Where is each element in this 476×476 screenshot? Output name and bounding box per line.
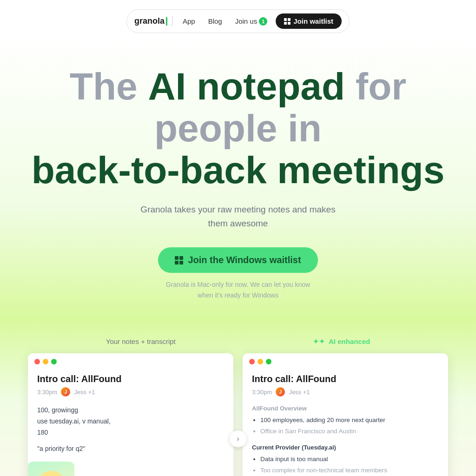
video-avatar — [28, 462, 74, 476]
left-window: Intro call: AllFound 3:30pm J Jess +1 10… — [28, 353, 233, 476]
dot-red — [34, 359, 40, 364]
nav-join-us-label: Join us — [235, 17, 258, 25]
preview-windows: Intro call: AllFound 3:30pm J Jess +1 10… — [28, 353, 448, 476]
left-window-time: 3:30pm — [37, 389, 57, 396]
nav-join-us[interactable]: Join us 1 — [231, 15, 272, 27]
right-preview-label: ✦✦ AI enhanced — [313, 337, 370, 346]
dot-yellow-right — [258, 359, 263, 364]
section-allfound-list: 100 employees, adding 20 more next quart… — [252, 415, 439, 437]
left-window-meta: 3:30pm J Jess +1 — [37, 387, 224, 397]
nav-blog-link[interactable]: Blog — [204, 15, 227, 27]
arrow-button[interactable]: › — [230, 430, 246, 447]
headline-back-to-back: back-to-back meetings — [32, 149, 445, 191]
hero-subtext: Granola takes your raw meeting notes and… — [19, 203, 457, 231]
cta-windows-icon — [175, 256, 183, 264]
right-attendee-avatar: J — [276, 387, 285, 397]
cta-note: Granola is Mac-only for now. We can let … — [19, 279, 457, 300]
nav-logo[interactable]: granola — [134, 16, 172, 26]
left-preview-label: Your notes + transcript — [106, 337, 176, 346]
dot-green-right — [266, 359, 271, 364]
dot-red-right — [249, 359, 255, 364]
headline-the: The — [70, 65, 138, 107]
section-allfound-label: AllFound Overview — [252, 405, 439, 412]
note-quote: "a priority for q2" — [37, 445, 224, 452]
right-window: Intro call: AllFound 3:30pm J Jess +1 Al… — [243, 353, 448, 476]
nav-inner: granola App Blog Join us 1 Join waitlist — [126, 9, 350, 33]
section-provider-list: Data input is too manual Too complex for… — [252, 454, 439, 476]
cta-button[interactable]: Join the Windows waitlist — [158, 247, 317, 273]
hero-headline: The AI notepad for people in back-to-bac… — [19, 66, 457, 192]
nav-app-link[interactable]: App — [178, 15, 200, 27]
cta-note-line1: Granola is Mac-only for now. We can let … — [166, 281, 310, 288]
nav-waitlist-button[interactable]: Join waitlist — [276, 13, 342, 29]
right-window-content: Intro call: AllFound 3:30pm J Jess +1 Al… — [243, 368, 448, 476]
nav-badge: 1 — [259, 17, 267, 26]
preview-labels: Your notes + transcript ✦✦ AI enhanced — [28, 337, 448, 346]
right-window-titlebar — [243, 353, 448, 368]
note-text: 100, growingg use tuesday.ai, v manual, … — [37, 405, 224, 438]
right-window-meta: 3:30pm J Jess +1 — [252, 387, 439, 397]
left-window-attendee: Jess +1 — [74, 389, 95, 396]
navbar: granola App Blog Join us 1 Join waitlist — [0, 0, 476, 38]
headline-ai-notepad: AI notepad — [148, 65, 345, 107]
windows-icon — [284, 18, 291, 25]
cta-label: Join the Windows waitlist — [188, 255, 301, 265]
dot-yellow — [43, 359, 48, 364]
left-window-titlebar — [28, 353, 233, 368]
right-window-time: 3:30pm — [252, 389, 272, 396]
left-window-title: Intro call: AllFound — [37, 374, 224, 384]
cta-note-line2: when it's ready for Windows — [198, 291, 278, 299]
nav-waitlist-label: Join waitlist — [293, 17, 333, 25]
hero-section: The AI notepad for people in back-to-bac… — [0, 38, 476, 319]
right-window-title: Intro call: AllFound — [252, 374, 439, 384]
section-provider-label: Current Provider (Tuesday.ai) — [252, 444, 439, 451]
sparkle-icon: ✦✦ — [313, 337, 325, 346]
preview-section: Your notes + transcript ✦✦ AI enhanced I… — [0, 319, 476, 476]
logo-text: granola — [134, 16, 165, 26]
dot-green — [51, 359, 57, 364]
attendee-avatar: J — [61, 387, 70, 397]
logo-cursor — [166, 17, 167, 26]
left-window-content: Intro call: AllFound 3:30pm J Jess +1 10… — [28, 368, 233, 461]
right-window-attendee: Jess +1 — [289, 389, 310, 396]
